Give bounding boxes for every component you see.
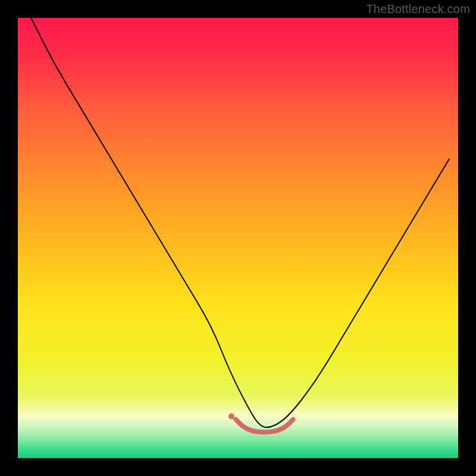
watermark-text: TheBottleneck.com <box>366 2 470 16</box>
gradient-background <box>18 18 458 458</box>
chart-frame: TheBottleneck.com <box>0 0 476 476</box>
bottleneck-chart <box>0 0 476 476</box>
fit-marker-dot <box>228 414 234 419</box>
